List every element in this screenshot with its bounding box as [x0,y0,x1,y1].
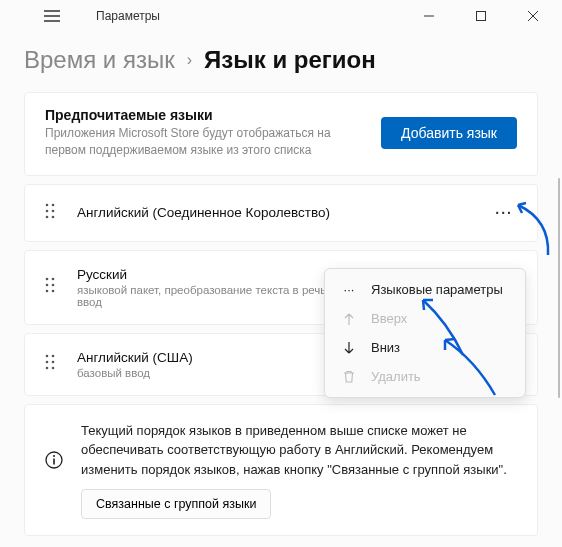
menu-label: Языковые параметры [371,282,503,297]
arrow-down-icon [341,341,357,355]
language-name: Английский (Соединенное Королевство) [77,205,491,220]
svg-point-10 [52,284,55,287]
arrow-up-icon [341,312,357,326]
breadcrumb-current: Язык и регион [204,46,376,74]
svg-point-12 [52,290,55,293]
svg-point-2 [52,203,55,206]
svg-point-14 [52,355,55,358]
svg-point-4 [52,209,55,212]
preferred-languages-header: Предпочитаемые языки Приложения Microsof… [24,92,538,176]
add-language-button[interactable]: Добавить язык [381,117,517,149]
maximize-button[interactable] [460,2,502,30]
svg-point-5 [46,215,49,218]
breadcrumb: Время и язык › Язык и регион [24,46,538,74]
svg-rect-0 [477,12,486,21]
svg-point-1 [46,203,49,206]
language-order-notice: Текущий порядок языков в приведенном выш… [24,404,538,537]
svg-point-15 [46,361,49,364]
breadcrumb-parent[interactable]: Время и язык [24,46,175,74]
menu-item-options[interactable]: ··· Языковые параметры [325,275,525,304]
menu-item-down[interactable]: Вниз [325,333,525,362]
more-icon[interactable]: ··· [491,201,517,225]
minimize-button[interactable] [408,2,450,30]
svg-point-8 [52,278,55,281]
menu-icon[interactable] [32,10,72,22]
menu-label: Вниз [371,340,400,355]
scrollbar[interactable] [558,178,560,398]
drag-handle-icon[interactable] [45,354,55,374]
menu-label: Вверх [371,311,407,326]
svg-point-20 [53,455,55,457]
language-context-menu: ··· Языковые параметры Вверх Вниз Удалит… [324,268,526,398]
svg-point-3 [46,209,49,212]
svg-point-13 [46,355,49,358]
svg-point-17 [46,367,49,370]
drag-handle-icon[interactable] [45,203,55,223]
more-icon: ··· [341,282,357,297]
svg-point-7 [46,278,49,281]
group-languages-button[interactable]: Связанные с группой языки [81,489,271,519]
menu-label: Удалить [371,369,421,384]
drag-handle-icon[interactable] [45,277,55,297]
menu-item-up: Вверх [325,304,525,333]
close-button[interactable] [512,2,554,30]
window-controls [408,2,554,30]
notice-text: Текущий порядок языков в приведенном выш… [81,421,517,480]
preferred-title: Предпочитаемые языки [45,107,381,123]
svg-point-9 [46,284,49,287]
window-title: Параметры [96,9,160,23]
info-icon [45,451,63,473]
svg-point-18 [52,367,55,370]
title-bar: Параметры [0,0,562,32]
language-row-en-uk[interactable]: Английский (Соединенное Королевство) ··· [24,184,538,242]
svg-point-11 [46,290,49,293]
svg-point-16 [52,361,55,364]
chevron-right-icon: › [187,51,192,69]
svg-point-6 [52,215,55,218]
menu-item-delete: Удалить [325,362,525,391]
preferred-subtitle: Приложения Microsoft Store будут отображ… [45,125,345,159]
trash-icon [341,370,357,384]
svg-rect-21 [53,458,55,464]
